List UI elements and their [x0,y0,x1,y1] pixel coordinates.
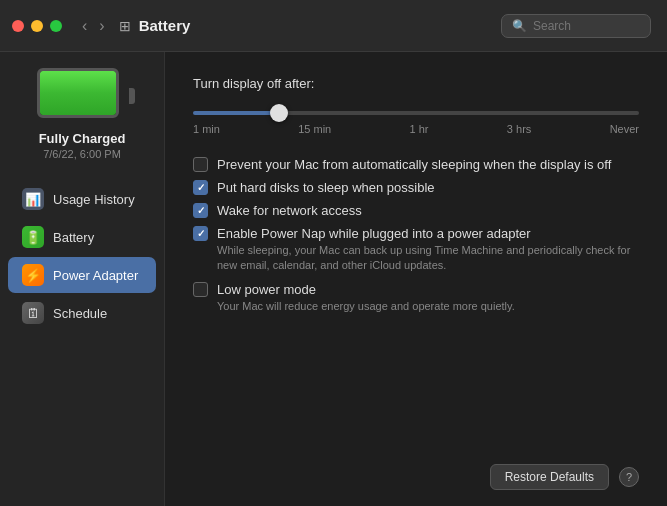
battery-terminal [129,88,135,104]
battery-icon: 🔋 [22,226,44,248]
option-main: Prevent your Mac from automatically slee… [193,157,639,172]
traffic-lights [12,20,62,32]
main-layout: Fully Charged 7/6/22, 6:00 PM 📊 Usage Hi… [0,52,667,506]
search-input[interactable] [533,19,640,33]
option-power-nap: Enable Power Nap while plugged into a po… [193,222,639,278]
option-hard-disks-label: Put hard disks to sleep when possible [217,180,435,195]
slider-label-never: Never [610,123,639,135]
sidebar-item-label: Usage History [53,192,135,207]
usage-history-icon: 📊 [22,188,44,210]
sidebar-item-label: Power Adapter [53,268,138,283]
window-title: Battery [139,17,191,34]
option-low-power-desc: Your Mac will reduce energy usage and op… [217,299,639,314]
option-prevent-sleep-label: Prevent your Mac from automatically slee… [217,157,611,172]
option-low-power: Low power mode Your Mac will reduce ener… [193,278,639,318]
option-main: Low power mode [193,282,639,297]
checkbox-wake-network[interactable] [193,203,208,218]
option-wake-network: Wake for network access [193,199,639,222]
option-low-power-label: Low power mode [217,282,316,297]
power-adapter-icon: ⚡ [22,264,44,286]
battery-body [37,68,119,118]
minimize-button[interactable] [31,20,43,32]
display-sleep-slider[interactable] [193,111,639,115]
slider-label-1min: 1 min [193,123,220,135]
options-list: Prevent your Mac from automatically slee… [193,153,639,318]
option-power-nap-label: Enable Power Nap while plugged into a po… [217,226,531,241]
option-main: Put hard disks to sleep when possible [193,180,639,195]
battery-icon-container [37,68,127,123]
schedule-icon: 🗓 [22,302,44,324]
checkbox-hard-disks[interactable] [193,180,208,195]
content-area: Turn display off after: 1 min 15 min 1 h… [165,52,667,506]
close-button[interactable] [12,20,24,32]
search-box[interactable]: 🔍 [501,14,651,38]
slider-label-1hr: 1 hr [410,123,429,135]
sidebar-item-label: Battery [53,230,94,245]
option-hard-disks: Put hard disks to sleep when possible [193,176,639,199]
checkbox-low-power[interactable] [193,282,208,297]
fullscreen-button[interactable] [50,20,62,32]
option-wake-network-label: Wake for network access [217,203,362,218]
search-icon: 🔍 [512,19,527,33]
display-sleep-slider-section: Turn display off after: 1 min 15 min 1 h… [193,76,639,135]
battery-fill [40,71,116,115]
battery-status-label: Fully Charged [39,131,126,146]
sidebar-item-power-adapter[interactable]: ⚡ Power Adapter [8,257,156,293]
sidebar-item-battery[interactable]: 🔋 Battery [8,219,156,255]
nav-arrows: ‹ › [78,15,109,37]
option-power-nap-desc: While sleeping, your Mac can back up usi… [217,243,639,274]
checkbox-power-nap[interactable] [193,226,208,241]
forward-button[interactable]: › [95,15,108,37]
bottom-bar: Restore Defaults ? [193,456,639,490]
slider-label: Turn display off after: [193,76,639,91]
sidebar-item-usage-history[interactable]: 📊 Usage History [8,181,156,217]
battery-status-area: Fully Charged 7/6/22, 6:00 PM [27,68,137,160]
option-main: Wake for network access [193,203,639,218]
slider-label-3hrs: 3 hrs [507,123,531,135]
back-button[interactable]: ‹ [78,15,91,37]
checkbox-prevent-sleep[interactable] [193,157,208,172]
sidebar: Fully Charged 7/6/22, 6:00 PM 📊 Usage Hi… [0,52,165,506]
battery-date-label: 7/6/22, 6:00 PM [43,148,121,160]
sidebar-item-schedule[interactable]: 🗓 Schedule [8,295,156,331]
option-prevent-sleep: Prevent your Mac from automatically slee… [193,153,639,176]
grid-icon: ⊞ [119,18,131,34]
sidebar-nav: 📊 Usage History 🔋 Battery ⚡ Power Adapte… [0,180,164,332]
slider-labels: 1 min 15 min 1 hr 3 hrs Never [193,123,639,135]
option-main: Enable Power Nap while plugged into a po… [193,226,639,241]
titlebar: ‹ › ⊞ Battery 🔍 [0,0,667,52]
slider-label-15min: 15 min [298,123,331,135]
restore-defaults-button[interactable]: Restore Defaults [490,464,609,490]
sidebar-item-label: Schedule [53,306,107,321]
help-button[interactable]: ? [619,467,639,487]
